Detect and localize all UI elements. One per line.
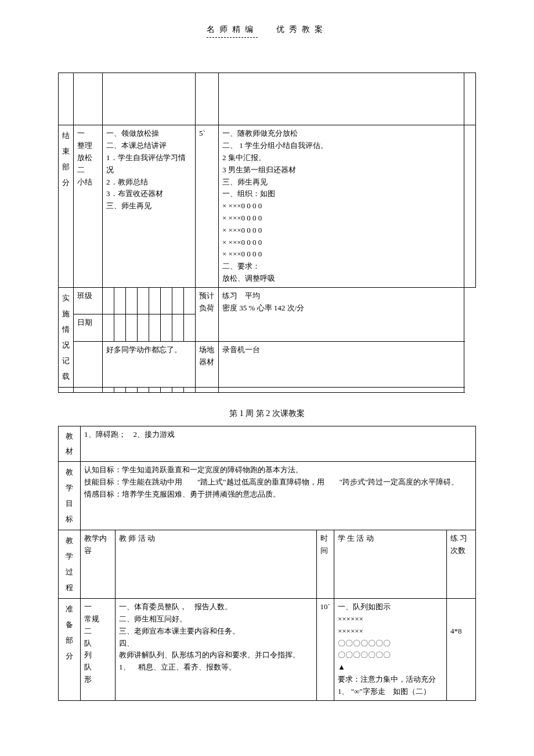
col-content: 教学内容	[81, 530, 116, 599]
col-student: 学 生 活 动	[334, 530, 446, 599]
page-header: 名师精编 优秀教案	[58, 23, 476, 38]
prep-section-label: 准备部分	[59, 599, 81, 700]
impl-note: 好多同学动作都忘了。	[103, 341, 196, 387]
venue-value: 录音机一台	[219, 341, 464, 387]
forecast-value: 练习 平均 密度 35 % 心率 142 次/分	[219, 287, 464, 341]
prep-reps: 4*8	[447, 599, 476, 700]
header-right: 优秀教案	[276, 25, 327, 34]
col-teacher: 教 师 活 动	[116, 530, 317, 599]
lesson-plan-title: 第 1 周 第 2 次课教案	[58, 407, 476, 420]
end-teacher-activity: 一、领做放松操 二、本课总结讲评 1．学生自我评估学习情况 2．教师总结 3．布…	[103, 125, 196, 287]
section-end-label: 结束部分	[59, 125, 74, 287]
table-lesson-end: 结束部分 一 整理 放松 二 小结 一、领做放松操 二、本课总结讲评 1．学生自…	[58, 73, 476, 392]
col-time: 时间	[316, 530, 334, 599]
impl-record-label: 实施情况记载	[59, 287, 74, 387]
prep-content: 一 常规 二 队 列 队 形	[81, 599, 116, 700]
goals-value: 认知目标：学生知道跨跃垂直和一定宽度的障碍物跑的基本方法。 技能目标：学生能在跳…	[81, 462, 476, 530]
forecast-label: 预计负荷	[196, 287, 219, 341]
table-lesson-plan: 教材 1、障碍跑； 2、接力游戏 教学目标 认知目标：学生知道跨跃垂直和一定宽度…	[58, 426, 476, 700]
end-subsection: 一 整理 放松 二 小结	[74, 125, 103, 287]
end-student-activity: 一、随教师做充分放松 二、 1 学生分组小结自我评估。 2 集中汇报。 3 男生…	[219, 125, 464, 287]
class-label: 班级	[74, 287, 103, 314]
material-label: 教材	[59, 426, 81, 462]
header-left: 名师精编	[207, 23, 258, 38]
material-value: 1、障碍跑； 2、接力游戏	[81, 426, 476, 462]
col-reps: 练 习 次数	[447, 530, 476, 599]
goals-label: 教学目标	[59, 462, 81, 530]
prep-time: 10`	[316, 599, 334, 700]
col-process: 教学过程	[59, 530, 81, 599]
prep-teacher-activity: 一、体育委员整队， 报告人数。 二、师生相互问好。 三、老师宣布本课主要内容和任…	[116, 599, 317, 700]
date-label: 日期	[74, 314, 103, 342]
prep-student-activity: 一、队列如图示 ×××××× ×××××× 〇〇〇〇〇〇〇 〇〇〇〇〇〇〇 ▲ …	[334, 599, 446, 700]
end-time: 5`	[196, 125, 219, 287]
venue-label: 场地器材	[196, 341, 219, 387]
